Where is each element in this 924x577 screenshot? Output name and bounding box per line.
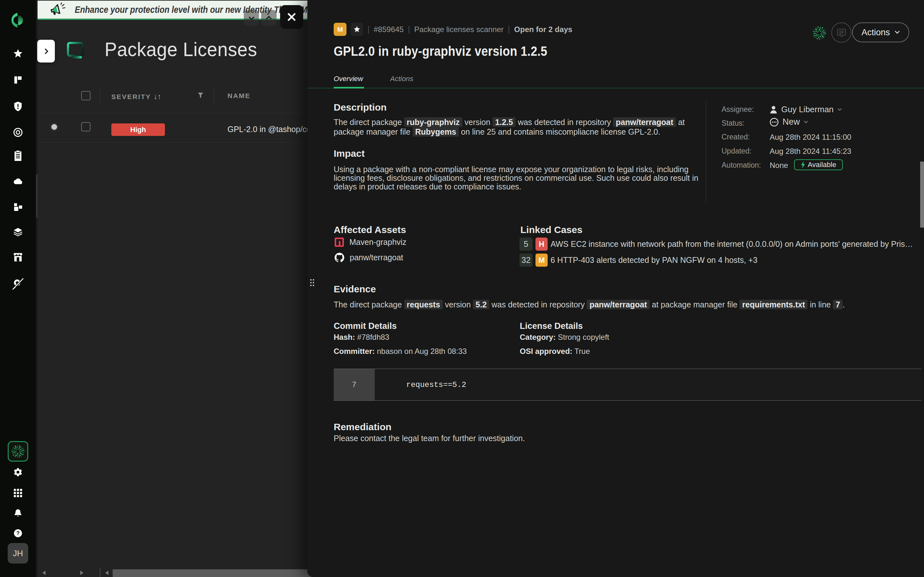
svg-text:?: ? [16,530,19,536]
